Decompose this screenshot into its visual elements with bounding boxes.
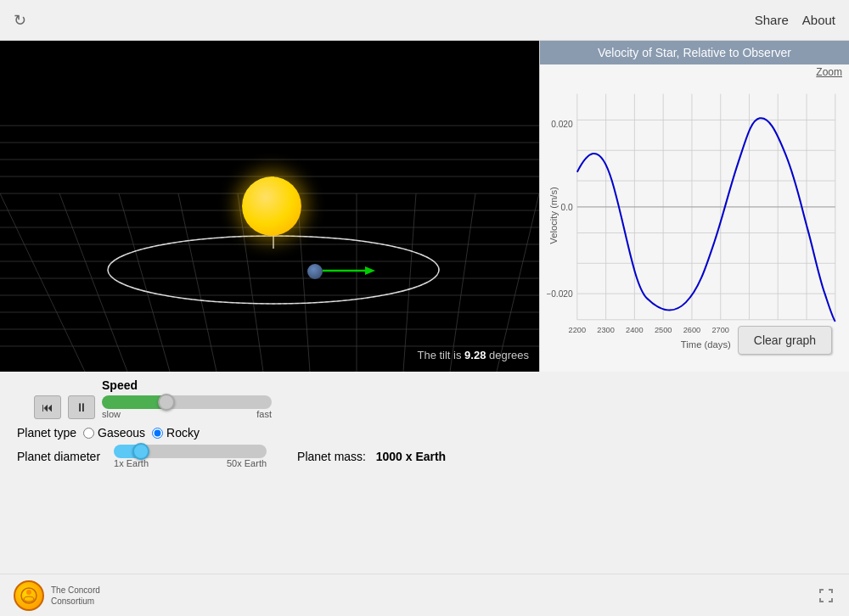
share-link[interactable]: Share bbox=[755, 13, 789, 27]
top-bar-right: Share About bbox=[755, 13, 835, 27]
svg-line-12 bbox=[178, 193, 216, 372]
reload-icon[interactable]: ↻ bbox=[14, 11, 26, 30]
graph-title: Velocity of Star, Relative to Observer bbox=[540, 41, 849, 64]
planet-type-row: Planet type Gaseous Rocky bbox=[17, 426, 832, 440]
diameter-max-label: 50x Earth bbox=[227, 458, 267, 468]
rocky-radio[interactable] bbox=[152, 428, 163, 439]
fullscreen-button[interactable] bbox=[817, 586, 835, 605]
clear-graph-button[interactable]: Clear graph bbox=[738, 326, 832, 355]
speed-label: Speed bbox=[102, 378, 832, 392]
svg-text:2300: 2300 bbox=[597, 326, 614, 334]
svg-text:2600: 2600 bbox=[683, 326, 700, 334]
tilt-display: The tilt is 9.28 degrees bbox=[417, 349, 529, 361]
svg-point-62 bbox=[26, 590, 31, 595]
svg-line-18 bbox=[497, 193, 539, 372]
logo-icon bbox=[14, 580, 44, 611]
footer: The ConcordConsortium bbox=[0, 574, 849, 616]
top-bar: ↻ Share About bbox=[0, 0, 849, 41]
rocky-option[interactable]: Rocky bbox=[152, 426, 200, 440]
svg-point-63 bbox=[24, 596, 34, 602]
pause-button[interactable]: ⏸ bbox=[68, 395, 95, 419]
logo-svg bbox=[20, 586, 38, 605]
svg-line-10 bbox=[59, 193, 127, 372]
diameter-slider-thumb[interactable] bbox=[132, 443, 149, 460]
planet-mass-label: Planet mass: 1000 x Earth bbox=[297, 450, 446, 463]
about-link[interactable]: About bbox=[802, 13, 835, 27]
gaseous-radio[interactable] bbox=[83, 428, 94, 439]
top-content: The tilt is 9.28 degrees Velocity of Sta… bbox=[0, 41, 849, 372]
svg-text:2200: 2200 bbox=[569, 326, 586, 334]
svg-line-14 bbox=[297, 193, 310, 372]
svg-text:−0.020: −0.020 bbox=[547, 289, 573, 299]
svg-text:Time (days): Time (days) bbox=[681, 339, 731, 350]
planet-type-label: Planet type bbox=[17, 426, 76, 440]
speed-slider-track[interactable] bbox=[102, 395, 272, 409]
svg-text:2400: 2400 bbox=[626, 326, 643, 334]
planet bbox=[307, 264, 323, 279]
svg-line-16 bbox=[403, 193, 416, 372]
diameter-min-label: 1x Earth bbox=[114, 458, 149, 468]
diameter-slider-wrap: 1x Earth 50x Earth bbox=[114, 445, 267, 468]
consortium-logo: The ConcordConsortium bbox=[14, 580, 100, 611]
svg-line-11 bbox=[119, 193, 170, 372]
rewind-button[interactable]: ⏮ bbox=[34, 395, 61, 419]
svg-text:0.0: 0.0 bbox=[560, 203, 573, 212]
svg-text:2500: 2500 bbox=[655, 326, 672, 334]
tilt-value: 9.28 bbox=[464, 349, 486, 361]
speed-section: Speed ⏮ ⏸ slow fast bbox=[34, 378, 832, 419]
tilt-unit: degrees bbox=[486, 349, 529, 361]
logo-text: The ConcordConsortium bbox=[51, 585, 100, 607]
star bbox=[242, 176, 301, 236]
mass-value: 1000 x Earth bbox=[376, 450, 447, 463]
speed-labels: slow fast bbox=[102, 409, 272, 419]
svg-line-17 bbox=[450, 193, 475, 372]
speed-min-label: slow bbox=[102, 409, 121, 419]
svg-line-9 bbox=[0, 193, 85, 372]
rocky-label: Rocky bbox=[166, 426, 200, 440]
speed-max-label: fast bbox=[256, 409, 272, 419]
gaseous-option[interactable]: Gaseous bbox=[83, 426, 145, 440]
diameter-label: Planet diameter bbox=[17, 450, 100, 463]
mass-label-text: Planet mass: bbox=[297, 450, 366, 463]
svg-marker-29 bbox=[365, 266, 375, 275]
controls-area: Speed ⏮ ⏸ slow fast Planet type bbox=[0, 372, 849, 475]
y-axis-label: Velocity (m/s) bbox=[548, 187, 559, 244]
diameter-slider-track[interactable] bbox=[114, 445, 267, 458]
simulation-canvas: The tilt is 9.28 degrees bbox=[0, 41, 539, 372]
speed-row: ⏮ ⏸ slow fast bbox=[34, 395, 832, 419]
tilt-label: The tilt is bbox=[417, 349, 464, 361]
velocity-graph-svg: Velocity (m/s) bbox=[547, 80, 842, 351]
zoom-button[interactable]: Zoom bbox=[540, 64, 849, 80]
svg-text:0.020: 0.020 bbox=[551, 120, 573, 129]
graph-container: Velocity (m/s) bbox=[547, 80, 842, 351]
diameter-labels: 1x Earth 50x Earth bbox=[114, 458, 267, 468]
planet-diameter-row: Planet diameter 1x Earth 50x Earth Plane… bbox=[17, 445, 832, 468]
gaseous-label: Gaseous bbox=[98, 426, 145, 440]
graph-panel: Velocity of Star, Relative to Observer Z… bbox=[539, 41, 849, 372]
svg-text:2700: 2700 bbox=[711, 326, 728, 334]
speed-slider-thumb[interactable] bbox=[158, 394, 175, 411]
top-bar-left: ↻ bbox=[14, 11, 26, 30]
main-area: The tilt is 9.28 degrees Velocity of Sta… bbox=[0, 41, 849, 574]
fullscreen-icon-svg bbox=[817, 586, 835, 605]
